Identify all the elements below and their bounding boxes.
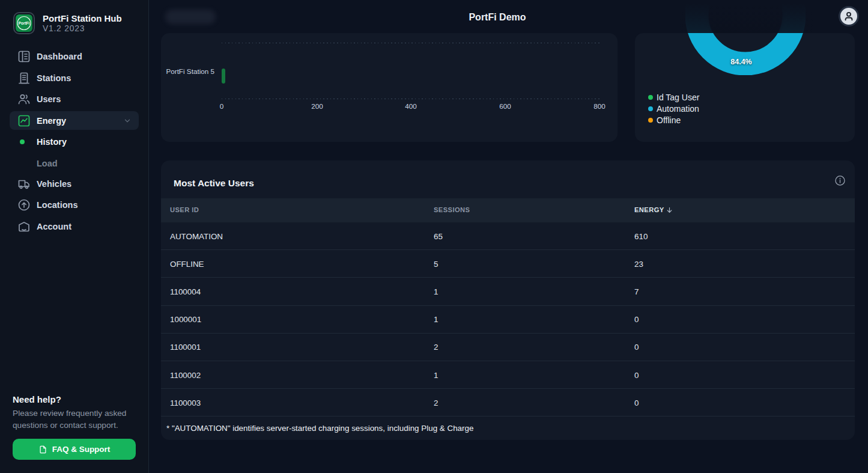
svg-text:PortFi: PortFi xyxy=(19,21,30,25)
